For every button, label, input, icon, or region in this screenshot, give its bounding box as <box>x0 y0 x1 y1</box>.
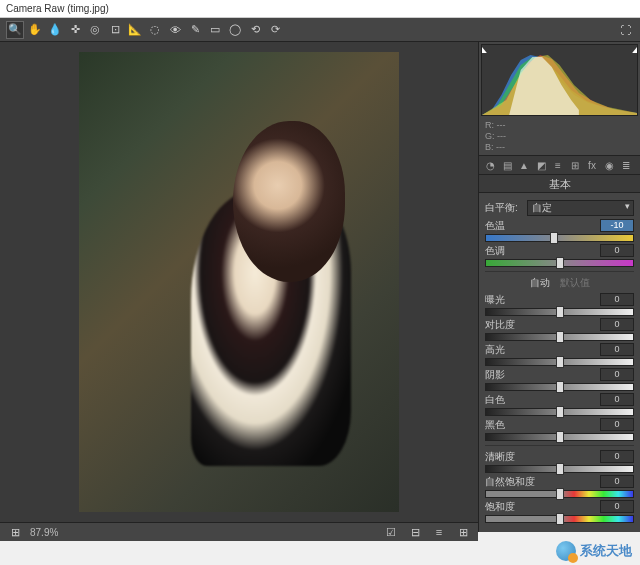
highlights-value[interactable]: 0 <box>600 343 634 356</box>
temp-thumb[interactable] <box>550 232 558 244</box>
rotate-ccw-icon[interactable]: ⟲ <box>246 21 264 39</box>
svg-marker-6 <box>482 47 487 53</box>
compare-view-icon[interactable]: ⊞ <box>6 523 24 541</box>
zoom-level[interactable]: 87.9% <box>30 527 58 538</box>
footer-icon-4[interactable]: ⊞ <box>454 523 472 541</box>
whites-value[interactable]: 0 <box>600 393 634 406</box>
fullscreen-icon[interactable]: ⛶ <box>616 21 634 39</box>
preview-pane: ⊞ 87.9% ☑ ⊟ ≡ ⊞ <box>0 42 478 532</box>
tint-track[interactable] <box>485 259 634 267</box>
camera-raw-app: 🔍 ✋ 💧 ✜ ◎ ⊡ 📐 ◌ 👁 ✎ ▭ ◯ ⟲ ⟳ ⛶ ⊞ 87.9% ☑ … <box>0 18 640 532</box>
tab-fx-icon[interactable]: fx <box>585 158 599 172</box>
clarity-track[interactable] <box>485 465 634 473</box>
tab-curve-icon[interactable]: ▤ <box>500 158 514 172</box>
image-viewport[interactable] <box>0 42 478 522</box>
blacks-value[interactable]: 0 <box>600 418 634 431</box>
redeye-tool-icon[interactable]: 👁 <box>166 21 184 39</box>
default-link[interactable]: 默认值 <box>560 276 590 290</box>
tint-value[interactable]: 0 <box>600 244 634 257</box>
vibrance-track[interactable] <box>485 490 634 498</box>
temp-track[interactable] <box>485 234 634 242</box>
auto-default-row: 自动 默认值 <box>485 276 634 290</box>
histogram[interactable] <box>481 44 638 116</box>
photo-preview <box>79 52 399 512</box>
temp-slider: 色温-10 <box>485 219 634 242</box>
shadows-value[interactable]: 0 <box>600 368 634 381</box>
shadows-track[interactable] <box>485 383 634 391</box>
watermark-icon <box>556 541 576 561</box>
rotate-cw-icon[interactable]: ⟳ <box>266 21 284 39</box>
crop-tool-icon[interactable]: ⊡ <box>106 21 124 39</box>
watermark-text: 系统天地 <box>580 542 632 560</box>
hand-tool-icon[interactable]: ✋ <box>26 21 44 39</box>
rgb-readout: R: --- G: --- B: --- <box>479 118 640 155</box>
window-titlebar: Camera Raw (timg.jpg) <box>0 0 640 18</box>
footer-icon-2[interactable]: ⊟ <box>406 523 424 541</box>
tab-split-icon[interactable]: ≡ <box>551 158 565 172</box>
exposure-value[interactable]: 0 <box>600 293 634 306</box>
panel-tabs: ◔ ▤ ▲ ◩ ≡ ⊞ fx ◉ ≣ <box>479 155 640 175</box>
svg-marker-5 <box>632 47 637 53</box>
adjustments-panel: R: --- G: --- B: --- ◔ ▤ ▲ ◩ ≡ ⊞ fx ◉ ≣ … <box>478 42 640 532</box>
straighten-tool-icon[interactable]: 📐 <box>126 21 144 39</box>
watermark: 系统天地 <box>556 541 632 561</box>
footer-icon-3[interactable]: ≡ <box>430 523 448 541</box>
white-balance-tool-icon[interactable]: 💧 <box>46 21 64 39</box>
saturation-track[interactable] <box>485 515 634 523</box>
spot-removal-tool-icon[interactable]: ◌ <box>146 21 164 39</box>
tab-calib-icon[interactable]: ◉ <box>602 158 616 172</box>
clarity-value[interactable]: 0 <box>600 450 634 463</box>
tab-lens-icon[interactable]: ⊞ <box>568 158 582 172</box>
whites-track[interactable] <box>485 408 634 416</box>
auto-link[interactable]: 自动 <box>530 276 550 290</box>
brush-tool-icon[interactable]: ✎ <box>186 21 204 39</box>
panel-scroll[interactable]: 白平衡: 自定 色温-10 色调0 自动 默认值 曝光0 对比度0 <box>479 193 640 532</box>
radial-filter-icon[interactable]: ◯ <box>226 21 244 39</box>
app-body: ⊞ 87.9% ☑ ⊟ ≡ ⊞ <box>0 42 640 532</box>
blacks-track[interactable] <box>485 433 634 441</box>
footer-icon-1[interactable]: ☑ <box>382 523 400 541</box>
contrast-track[interactable] <box>485 333 634 341</box>
tab-detail-icon[interactable]: ▲ <box>517 158 531 172</box>
preview-footer: ⊞ 87.9% ☑ ⊟ ≡ ⊞ <box>0 522 478 541</box>
panel-header: 基本 <box>479 175 640 193</box>
vibrance-value[interactable]: 0 <box>600 475 634 488</box>
wb-dropdown[interactable]: 自定 <box>527 200 634 216</box>
tab-basic-icon[interactable]: ◔ <box>483 158 497 172</box>
toolbar: 🔍 ✋ 💧 ✜ ◎ ⊡ 📐 ◌ 👁 ✎ ▭ ◯ ⟲ ⟳ ⛶ <box>0 18 640 42</box>
tint-slider: 色调0 <box>485 244 634 267</box>
contrast-value[interactable]: 0 <box>600 318 634 331</box>
tint-thumb[interactable] <box>556 257 564 269</box>
target-adjust-tool-icon[interactable]: ◎ <box>86 21 104 39</box>
temp-value[interactable]: -10 <box>600 219 634 232</box>
tab-presets-icon[interactable]: ≣ <box>619 158 633 172</box>
highlights-track[interactable] <box>485 358 634 366</box>
graduated-filter-icon[interactable]: ▭ <box>206 21 224 39</box>
zoom-tool-icon[interactable]: 🔍 <box>6 21 24 39</box>
tab-hsl-icon[interactable]: ◩ <box>534 158 548 172</box>
wb-label: 白平衡: <box>485 201 523 215</box>
color-sampler-tool-icon[interactable]: ✜ <box>66 21 84 39</box>
exposure-track[interactable] <box>485 308 634 316</box>
window-title: Camera Raw (timg.jpg) <box>6 3 109 14</box>
saturation-value[interactable]: 0 <box>600 500 634 513</box>
